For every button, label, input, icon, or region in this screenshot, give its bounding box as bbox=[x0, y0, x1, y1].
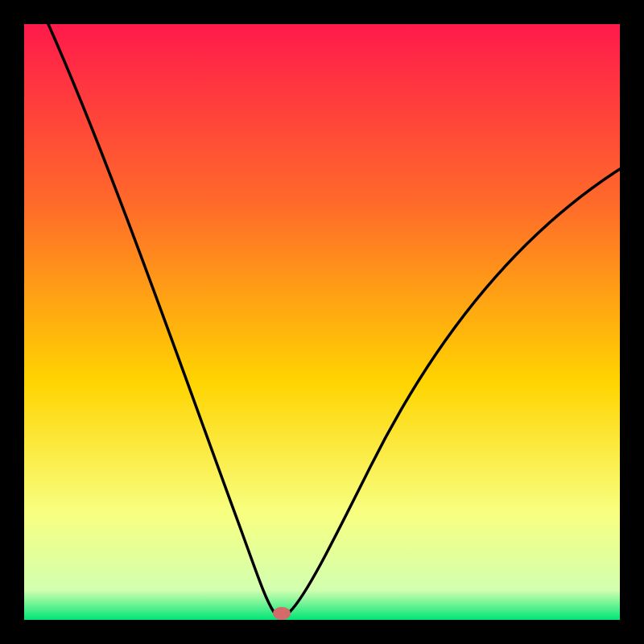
optimum-marker bbox=[273, 607, 291, 620]
chart-frame: TheBottleneck.com bbox=[0, 0, 644, 644]
bottleneck-chart bbox=[0, 0, 644, 644]
plot-area bbox=[24, 24, 620, 620]
